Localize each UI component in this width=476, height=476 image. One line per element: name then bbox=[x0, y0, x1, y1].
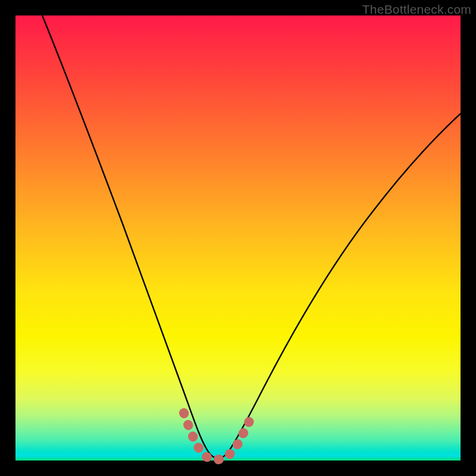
bottleneck-curve bbox=[42, 15, 461, 458]
chart-frame: TheBottleneck.com bbox=[0, 0, 476, 476]
watermark-text: TheBottleneck.com bbox=[362, 2, 471, 17]
chart-svg bbox=[15, 15, 461, 461]
